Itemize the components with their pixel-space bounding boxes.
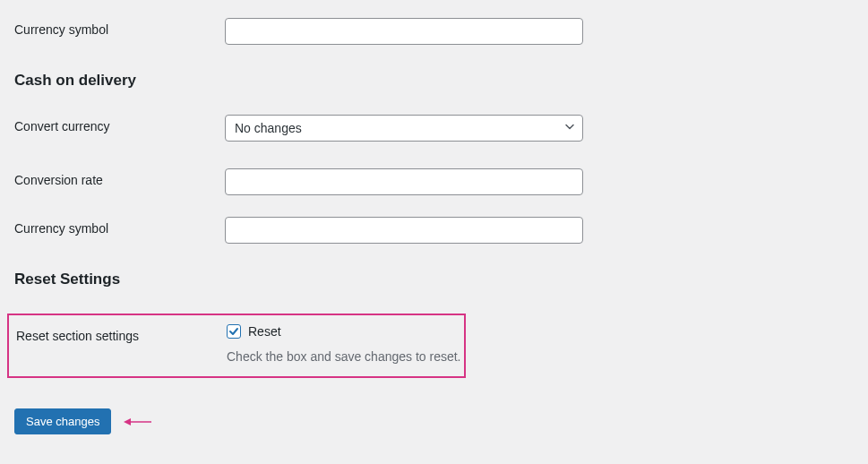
convert-currency-row: Convert currency No changes (14, 115, 854, 142)
arrow-left-icon (122, 416, 152, 428)
convert-currency-select-wrap: No changes (225, 115, 583, 142)
convert-currency-select[interactable]: No changes (225, 115, 583, 142)
reset-section-row: Reset section settings Reset Check the b… (16, 324, 464, 364)
button-row: Save changes (14, 408, 854, 434)
reset-checkbox-wrap: Reset (227, 324, 585, 339)
reset-settings-heading: Reset Settings (14, 271, 854, 288)
conversion-rate-label: Conversion rate (14, 168, 225, 187)
reset-checkbox-label: Reset (248, 324, 281, 339)
reset-checkbox[interactable] (227, 324, 241, 339)
currency-symbol-field-2 (225, 217, 583, 244)
currency-symbol-field-1 (225, 18, 583, 45)
reset-description: Check the box and save changes to reset. (227, 349, 585, 364)
cash-on-delivery-heading: Cash on delivery (14, 72, 854, 90)
currency-symbol-input-2[interactable] (225, 217, 583, 244)
currency-symbol-input-1[interactable] (225, 18, 583, 45)
save-button[interactable]: Save changes (14, 408, 111, 434)
currency-symbol-row-2: Currency symbol (14, 217, 854, 244)
check-icon (228, 326, 239, 337)
currency-symbol-row-1: Currency symbol (14, 18, 854, 45)
conversion-rate-input[interactable] (225, 168, 583, 195)
currency-symbol-label-2: Currency symbol (14, 217, 225, 236)
currency-symbol-label-1: Currency symbol (14, 18, 225, 37)
reset-section-label: Reset section settings (16, 324, 227, 343)
conversion-rate-row: Conversion rate (14, 168, 854, 195)
conversion-rate-field (225, 168, 583, 195)
reset-highlight-box: Reset section settings Reset Check the b… (7, 314, 466, 378)
convert-currency-field: No changes (225, 115, 583, 142)
reset-section-field: Reset Check the box and save changes to … (227, 324, 585, 364)
convert-currency-label: Convert currency (14, 115, 225, 133)
